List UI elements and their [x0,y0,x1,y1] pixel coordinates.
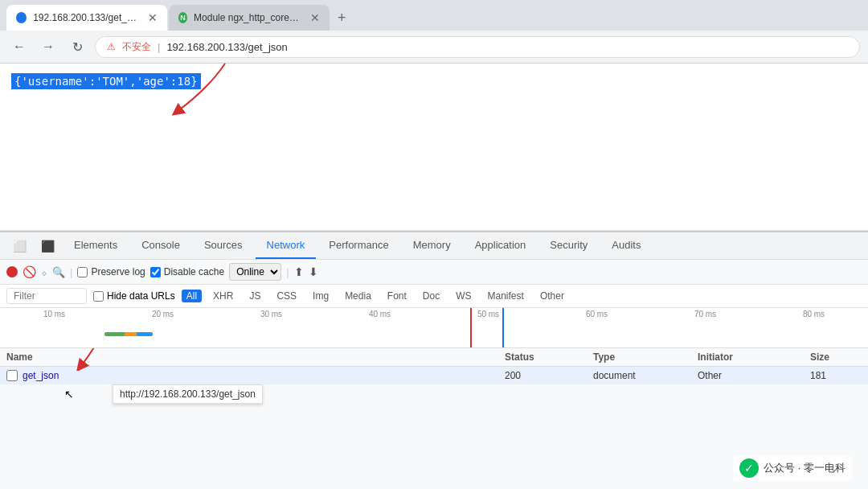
filter-xhr[interactable]: XHR [208,290,238,302]
timeline: 10 ms 20 ms 30 ms 40 ms 50 ms 60 ms 70 m… [0,308,868,348]
tl-label-3: 30 ms [217,310,326,318]
filter-bar: Hide data URLs All XHR JS CSS Img Media … [0,285,868,308]
row-name: get_json [23,370,505,381]
disable-cache-label: Disable cache [164,266,224,277]
hide-urls-checkbox[interactable] [93,291,104,302]
security-label: 不安全 [122,40,151,54]
tab-network[interactable]: Network [256,232,317,259]
filter-js[interactable]: JS [244,290,265,302]
filter-img[interactable]: Img [308,290,334,302]
tl-bar-blue [137,332,153,336]
col-header-initiator: Initiator [698,351,810,363]
refresh-button[interactable]: ↻ [66,35,88,58]
tl-vline-blue [502,308,504,347]
table-row[interactable]: get_json 200 document Other 181 http://1… [0,367,868,384]
tab-sources[interactable]: Sources [193,232,254,259]
preserve-log-label: Preserve log [91,266,145,277]
filter-ws[interactable]: WS [451,290,476,302]
preserve-log-checkbox[interactable] [77,267,88,277]
tab-bar: 192.168.200.133/get_json ✕ N Module ngx_… [0,0,868,31]
tab-1-close[interactable]: ✕ [148,11,158,24]
filter-media[interactable]: Media [340,290,376,302]
filter-font[interactable]: Font [383,290,411,302]
hide-urls-wrap[interactable]: Hide data URLs [93,290,175,302]
tl-label-4: 40 ms [326,310,434,318]
forward-button[interactable]: → [37,35,59,58]
watermark: ✓ 公众号 · 零一电科 [733,455,852,481]
record-button[interactable] [6,266,18,277]
disable-cache-checkbox-wrap[interactable]: Disable cache [150,266,224,277]
upload-button[interactable]: ⬆ [294,265,304,278]
back-button[interactable]: ← [8,35,31,58]
download-button[interactable]: ⬇ [309,265,318,278]
address-bar: ← → ↻ ⚠ 不安全 | 192.168.200.133/get_json [0,31,868,63]
security-icon: ⚠ [107,41,116,52]
tab-1-title: 192.168.200.133/get_json [33,12,138,23]
filter-css[interactable]: CSS [272,290,301,302]
toolbar-divider2: | [286,266,289,278]
watermark-text: 公众号 · 零一电科 [764,461,845,475]
filter-all[interactable]: All [182,290,202,302]
devtools-select-icon[interactable]: ⬜ [6,235,33,257]
address-input[interactable]: ⚠ 不安全 | 192.168.200.133/get_json [95,36,860,58]
new-tab-button[interactable]: + [331,6,353,30]
tab-elements[interactable]: Elements [63,232,129,259]
cursor-icon: ↖ [64,388,74,401]
row-status: 200 [505,370,593,381]
devtools-device-icon[interactable]: ⬛ [35,235,61,257]
tl-label-6: 60 ms [542,310,651,318]
search-icon: 🔍 [52,266,65,278]
tab-2[interactable]: N Module ngx_http_core_modul... ✕ [169,5,330,31]
tab-security[interactable]: Security [538,232,599,259]
clear-button[interactable]: 🚫 [23,265,36,278]
row-checkbox[interactable] [6,370,18,381]
filter-other[interactable]: Other [535,290,569,302]
throttle-select[interactable]: Online [229,263,281,281]
tab-application[interactable]: Application [464,232,538,259]
devtools-tab-bar: ⬜ ⬛ Elements Console Sources Network Per… [0,232,868,260]
filter-icon: ⬦ [41,266,47,278]
col-header-status: Status [505,351,593,363]
tab-console[interactable]: Console [130,232,191,259]
wm-logo: ✓ [739,458,759,478]
filter-manifest[interactable]: Manifest [483,290,529,302]
tl-label-5: 50 ms [434,310,542,318]
tab-1[interactable]: 192.168.200.133/get_json ✕ [6,5,167,31]
timeline-labels: 10 ms 20 ms 30 ms 40 ms 50 ms 60 ms 70 m… [0,310,868,318]
table-header: Name Status Type Initiator Size [0,348,868,367]
address-url: 192.168.200.133/get_json [166,41,848,53]
tab-2-close[interactable]: ✕ [310,11,320,24]
hide-urls-label: Hide data URLs [107,290,175,302]
filter-input[interactable] [6,288,87,304]
devtools-panel: ⬜ ⬛ Elements Console Sources Network Per… [0,231,868,489]
tab-memory[interactable]: Memory [402,232,462,259]
tab-2-favicon: N [178,12,187,23]
network-toolbar: 🚫 ⬦ 🔍 | Preserve log Disable cache Onlin… [0,260,868,285]
tl-label-7: 70 ms [651,310,760,318]
row-initiator: Other [698,370,810,381]
tab-performance[interactable]: Performance [317,232,399,259]
col-header-size: Size [810,351,862,363]
tl-label-1: 10 ms [0,310,108,318]
col-header-type: Type [593,351,698,363]
tl-vline-red [470,308,472,347]
filter-doc[interactable]: Doc [418,290,444,302]
row-tooltip: http://192.168.200.133/get_json [113,384,263,404]
page-content: {'username':'TOM','age':18} [0,64,868,231]
row-size: 181 [810,370,862,381]
json-content: {'username':'TOM','age':18} [11,73,201,89]
tab-2-title: Module ngx_http_core_modul... [194,12,301,23]
tl-label-2: 20 ms [108,310,217,318]
tab-audits[interactable]: Audits [600,232,652,259]
tab-1-favicon [16,12,27,23]
row-arrow [64,348,129,371]
toolbar-divider: | [70,266,72,278]
disable-cache-checkbox[interactable] [150,267,161,277]
tl-label-8: 80 ms [760,310,868,318]
preserve-log-checkbox-wrap[interactable]: Preserve log [77,266,145,277]
browser-chrome: 192.168.200.133/get_json ✕ N Module ngx_… [0,0,868,64]
address-separator: | [158,41,160,53]
row-type: document [593,370,698,381]
